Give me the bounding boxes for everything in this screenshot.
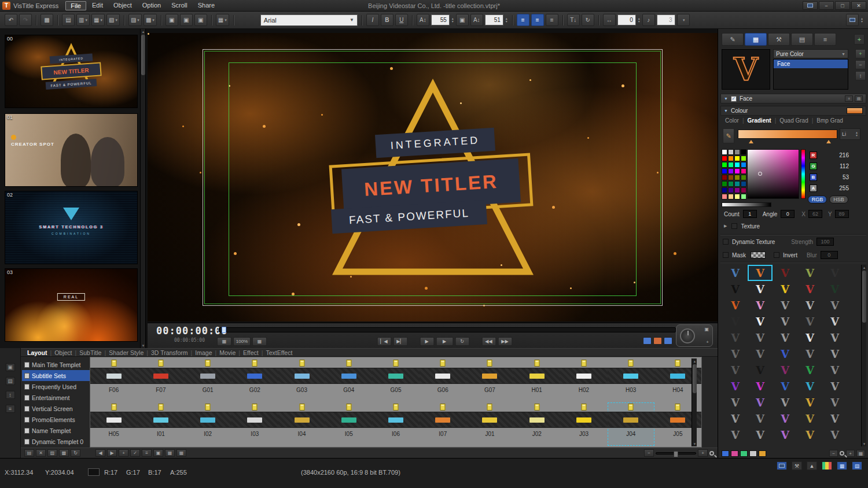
- glyph-style-cell[interactable]: V: [822, 346, 847, 362]
- glyph-style-cell[interactable]: V: [822, 411, 847, 427]
- insert-template-button[interactable]: +: [119, 449, 128, 457]
- gradient-bar[interactable]: [738, 130, 837, 139]
- palette-swatch[interactable]: [722, 149, 727, 155]
- fit-button[interactable]: ▦: [252, 337, 267, 346]
- template-g03[interactable]: G03: [278, 358, 325, 402]
- render-queue-icon[interactable]: ▦: [837, 461, 847, 470]
- palette-swatch[interactable]: [741, 162, 746, 168]
- category-subtitle-sets[interactable]: Subtitle Sets: [22, 370, 90, 381]
- view-mode-button[interactable]: ▦: [176, 449, 186, 457]
- go-start-button[interactable]: ◀◀: [481, 337, 496, 346]
- import-template-button[interactable]: ▨: [47, 449, 57, 457]
- glyph-style-cell[interactable]: V: [748, 411, 773, 427]
- publish-button[interactable]: ▩: [41, 14, 53, 26]
- dynamic-texture-checkbox[interactable]: [723, 239, 729, 245]
- category-name-templet[interactable]: Name Templet: [22, 425, 90, 436]
- collapse-icon[interactable]: ▼: [724, 109, 728, 113]
- tab-object[interactable]: Object: [52, 349, 75, 356]
- brightness-bar[interactable]: [722, 202, 771, 207]
- glyph-style-cell[interactable]: V: [748, 281, 773, 297]
- glyph-style-cell[interactable]: V: [822, 378, 847, 394]
- glyph-style-cell[interactable]: V: [773, 265, 797, 281]
- palette-swatch[interactable]: [728, 168, 734, 174]
- import-button[interactable]: ▨: [128, 14, 142, 26]
- font-size-spinner[interactable]: ▲▼: [451, 17, 454, 23]
- template-h05[interactable]: H05: [90, 402, 137, 446]
- palette-swatch[interactable]: [734, 175, 740, 180]
- category-dynamic-templet-0[interactable]: Dynamic Templet 0: [22, 436, 90, 447]
- tab-select-tool[interactable]: ✎: [722, 33, 744, 46]
- saturation-picker[interactable]: [747, 149, 799, 199]
- glyph-style-cell[interactable]: V: [797, 427, 822, 443]
- palette-swatch[interactable]: [734, 162, 740, 168]
- loop-button[interactable]: ↻: [455, 337, 469, 346]
- filter-template-button[interactable]: ▦: [165, 449, 175, 457]
- glyph-style-cell[interactable]: V: [797, 297, 822, 313]
- template-g05[interactable]: G05: [372, 358, 419, 402]
- zoom-out-button[interactable]: −: [829, 450, 838, 457]
- palette-swatch[interactable]: [728, 162, 734, 168]
- vertical-text-button[interactable]: T↓: [567, 14, 580, 26]
- zoom-level-button[interactable]: 100%: [233, 337, 251, 346]
- open-button[interactable]: ▥: [76, 14, 90, 26]
- colour-section-header[interactable]: ▼ Colour: [720, 106, 866, 116]
- glyph-style-cell[interactable]: V: [723, 297, 748, 313]
- template-j04[interactable]: J04: [608, 402, 654, 446]
- clip-thumbnail-03[interactable]: REAL03: [5, 268, 138, 342]
- save-as-button[interactable]: ▧: [106, 14, 120, 26]
- reorder-layer-button[interactable]: ↕: [855, 71, 866, 80]
- tint-tool-icon[interactable]: [731, 450, 738, 457]
- tab-shader-style[interactable]: Shader Style: [106, 349, 146, 356]
- palette-swatch[interactable]: [728, 187, 734, 193]
- font-width-field[interactable]: 51: [485, 14, 503, 25]
- style-type-select[interactable]: Pure Color▼: [773, 49, 848, 58]
- color-dropdown[interactable]: [677, 14, 690, 26]
- glyph-style-cell[interactable]: V: [748, 378, 773, 394]
- palette-swatch[interactable]: [741, 149, 746, 155]
- tab-library-tool[interactable]: ≡: [814, 33, 836, 46]
- play-in-button[interactable]: ▶: [420, 337, 434, 346]
- template-i07[interactable]: I07: [420, 402, 466, 446]
- menu-object[interactable]: Object: [109, 1, 137, 10]
- replace-template-button[interactable]: ▶: [107, 449, 117, 457]
- thumb-zoom-in-button[interactable]: +: [698, 449, 708, 457]
- invert-checkbox[interactable]: [774, 252, 779, 258]
- glyph-style-cell[interactable]: V: [773, 313, 797, 330]
- face-checkbox[interactable]: ✓: [731, 96, 737, 102]
- template-j03[interactable]: J03: [560, 402, 607, 446]
- palette-swatch[interactable]: [722, 156, 727, 161]
- bold-button[interactable]: B: [381, 14, 393, 26]
- menu-option[interactable]: Option: [138, 1, 165, 10]
- template-g01[interactable]: G01: [184, 358, 231, 402]
- new-template-button[interactable]: ▤: [24, 449, 34, 457]
- preview-canvas[interactable]: INTEGRATED NEW TITLER FAST & POWERFUL: [148, 33, 718, 321]
- new-document-button[interactable]: ▤: [62, 14, 75, 26]
- wrench-icon[interactable]: ⚒: [792, 461, 802, 470]
- palette-swatch[interactable]: [728, 149, 734, 155]
- hsb-mode-button[interactable]: HSB: [829, 195, 848, 204]
- target-icon[interactable]: +: [706, 339, 709, 345]
- clip-thumbnail-02[interactable]: SMART TECHNOLOG 3COMBINATION02: [5, 191, 138, 264]
- palette-swatch[interactable]: [722, 162, 727, 168]
- layer-item-face[interactable]: Face: [774, 60, 848, 68]
- template-g04[interactable]: G04: [325, 358, 372, 402]
- colour-mode-bmp-grad[interactable]: Bmp Grad: [815, 117, 844, 124]
- colour-mode-gradient[interactable]: Gradient: [746, 117, 773, 124]
- zoom-in-button[interactable]: +: [846, 450, 855, 457]
- glyph-style-cell[interactable]: V: [822, 297, 847, 313]
- gradient-stop[interactable]: [749, 140, 753, 143]
- channel-value[interactable]: 112: [840, 163, 849, 169]
- thumb-zoom-slider[interactable]: [656, 452, 696, 454]
- group-button[interactable]: ▦: [216, 14, 229, 26]
- colour-mode-quad-grad[interactable]: Quad Grad: [778, 117, 809, 124]
- glyph-style-cell[interactable]: V: [723, 362, 748, 378]
- palette-swatch[interactable]: [722, 194, 727, 199]
- fit-view-button[interactable]: ▦: [856, 450, 865, 457]
- tab-image[interactable]: Image: [192, 349, 215, 356]
- clip-thumbnail-01[interactable]: CREATOR SPOT01: [5, 113, 138, 187]
- align-center-button[interactable]: ≡: [531, 14, 544, 26]
- eraser-tool-icon[interactable]: [749, 450, 757, 457]
- channel-toggle-icon[interactable]: [664, 337, 672, 345]
- palette-swatch[interactable]: [741, 156, 746, 161]
- camera-icon[interactable]: ▣: [704, 327, 709, 332]
